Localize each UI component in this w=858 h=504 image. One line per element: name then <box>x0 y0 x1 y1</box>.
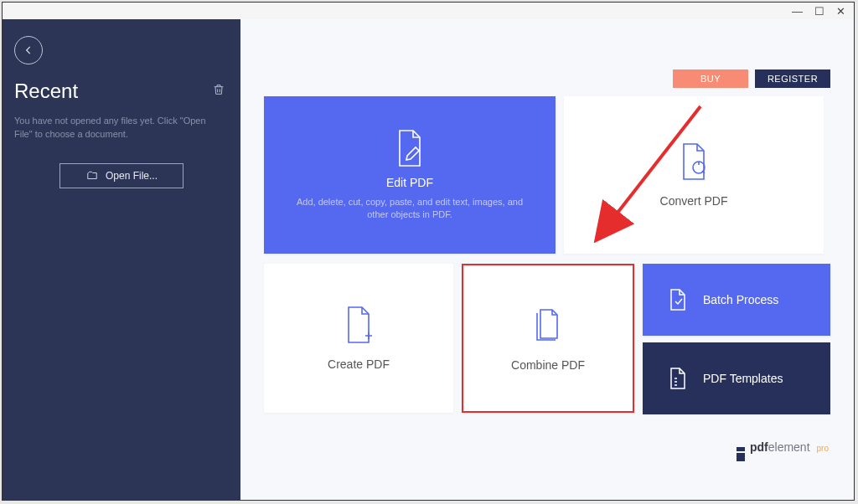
brand-logo-icon <box>737 453 745 461</box>
tiles-row-2: Create PDF Combine PDF <box>264 264 830 414</box>
tile-convert-title: Convert PDF <box>660 194 728 208</box>
minimize-button[interactable]: — <box>788 5 806 18</box>
open-file-label: Open File... <box>106 170 158 182</box>
tile-create-pdf[interactable]: Create PDF <box>264 264 453 413</box>
tile-combine-pdf[interactable]: Combine PDF <box>462 264 634 413</box>
tile-combine-title: Combine PDF <box>511 358 585 372</box>
brand-strong: pdf <box>750 440 768 454</box>
create-pdf-icon <box>342 306 375 344</box>
tile-create-title: Create PDF <box>328 357 390 371</box>
tile-batch-title: Batch Process <box>703 293 778 306</box>
maximize-button[interactable]: ☐ <box>811 5 828 18</box>
tiles-grid: Edit PDF Add, delete, cut, copy, paste, … <box>264 96 830 414</box>
tile-edit-pdf[interactable]: Edit PDF Add, delete, cut, copy, paste, … <box>264 96 556 254</box>
recent-hint: You have not opened any files yet. Click… <box>3 110 240 141</box>
recent-title: Recent <box>14 80 78 103</box>
tile-batch-process[interactable]: Batch Process <box>643 264 830 336</box>
register-button[interactable]: REGISTER <box>755 69 830 88</box>
brand-footer: pdfelement pro <box>737 440 829 461</box>
combine-pdf-icon <box>529 305 567 345</box>
open-file-button[interactable]: Open File... <box>59 163 183 188</box>
sidebar: Recent You have not opened any files yet… <box>3 19 240 500</box>
side-tiles: Batch Process PDF Templates <box>643 264 830 414</box>
edit-pdf-icon <box>393 129 426 167</box>
brand-pro: pro <box>817 444 829 453</box>
convert-pdf-icon <box>677 142 711 181</box>
pdf-templates-icon <box>668 367 688 390</box>
tile-convert-pdf[interactable]: Convert PDF <box>564 96 824 254</box>
top-actions: BUY REGISTER <box>673 69 830 88</box>
brand-light: element <box>768 440 810 454</box>
tile-templates-title: PDF Templates <box>703 372 783 385</box>
batch-process-icon <box>668 288 688 311</box>
brand-logo-icon <box>737 447 745 451</box>
tile-pdf-templates[interactable]: PDF Templates <box>643 342 830 414</box>
tile-edit-subtitle: Add, delete, cut, copy, paste, and edit … <box>264 189 556 222</box>
app-window: — ☐ ✕ Recent You have not opened any fil… <box>2 2 855 501</box>
folder-icon <box>85 170 99 182</box>
close-button[interactable]: ✕ <box>833 5 849 18</box>
tile-edit-title: Edit PDF <box>386 176 433 189</box>
trash-icon[interactable] <box>212 82 225 100</box>
recent-header: Recent <box>3 80 240 110</box>
main-area: Recent You have not opened any files yet… <box>3 19 854 500</box>
back-button[interactable] <box>14 36 43 64</box>
content-area: BUY REGISTER Edit PDF Add, delete, cut, … <box>240 19 854 500</box>
titlebar: — ☐ ✕ <box>3 3 854 19</box>
buy-button[interactable]: BUY <box>673 69 748 88</box>
tiles-row-1: Edit PDF Add, delete, cut, copy, paste, … <box>264 96 830 254</box>
